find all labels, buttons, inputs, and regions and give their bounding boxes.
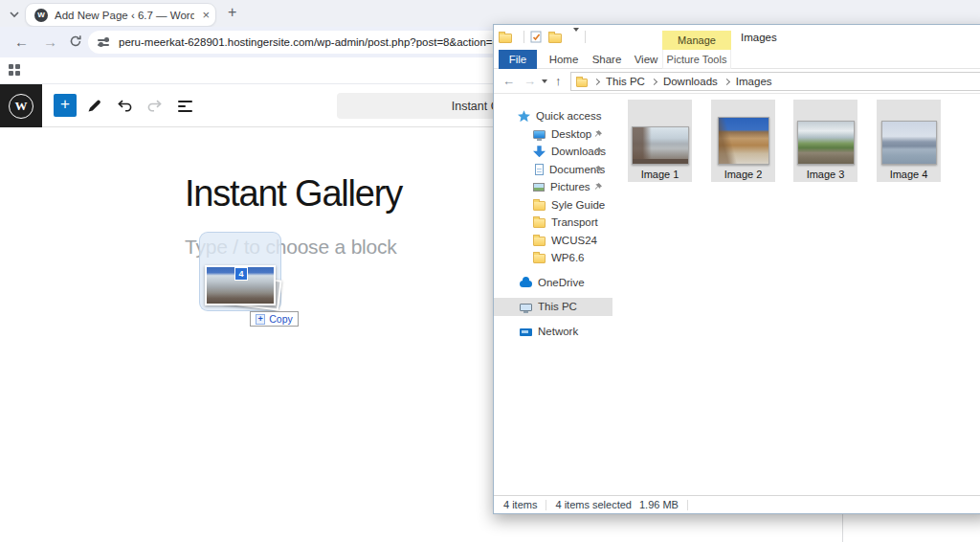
folder-icon <box>499 34 512 43</box>
site-info-icon[interactable] <box>98 36 111 48</box>
window-title: Images <box>741 32 777 43</box>
status-selected-size: 1.96 MB <box>639 499 679 510</box>
explorer-sidebar: Quick access Desktop Downloads <box>494 94 612 495</box>
document-overview-icon[interactable] <box>178 101 192 112</box>
tab-file[interactable]: File <box>499 50 537 69</box>
file-list: Image 1 Image 2 Image 3 Image 4 <box>612 94 980 495</box>
explorer-back-icon[interactable]: ← <box>502 74 515 88</box>
drag-count-badge: 4 <box>234 267 248 281</box>
sidebar-item-label: Network <box>538 326 578 337</box>
explorer-titlebar[interactable]: Manage Images <box>494 25 980 50</box>
pin-icon <box>593 147 603 156</box>
sidebar-item[interactable]: Downloads <box>494 143 612 161</box>
close-tab-icon[interactable]: × <box>202 9 210 21</box>
status-selected-count: 4 items selected <box>555 499 631 510</box>
sidebar-item[interactable]: Network <box>494 323 612 341</box>
sidebar-item-icon <box>535 164 544 175</box>
address-folder-icon <box>576 79 588 87</box>
file-name: Image 3 <box>793 169 858 180</box>
copy-label: Copy <box>269 313 293 325</box>
file-name: Image 1 <box>628 169 692 180</box>
pin-icon <box>593 165 603 174</box>
ribbon-tabs: File Home Share View Picture Tools <box>494 50 980 69</box>
sidebar-item-label: Quick access <box>536 110 601 122</box>
file-tile[interactable]: Image 2 <box>711 100 775 182</box>
new-folder-icon[interactable] <box>548 34 562 43</box>
file-thumbnail <box>718 117 769 165</box>
tab-share[interactable]: Share <box>589 50 625 69</box>
new-tab-button[interactable]: + <box>228 4 236 21</box>
chevron-down-icon[interactable] <box>8 9 21 20</box>
sidebar-item-icon <box>533 130 546 139</box>
undo-icon[interactable] <box>116 98 133 113</box>
sidebar-item[interactable]: Transport <box>494 214 612 232</box>
sidebar-item-icon <box>520 304 532 311</box>
sidebar-item[interactable]: Desktop <box>494 125 612 144</box>
sidebar-item-icon <box>520 328 532 336</box>
browser-tab-strip: W Add New Page ‹ 6.7 — WordPre × + <box>0 0 980 27</box>
manage-contextual-tab[interactable]: Manage <box>662 31 731 50</box>
edit-pencil-icon[interactable] <box>86 98 102 114</box>
wordpress-logo-icon[interactable]: W <box>0 84 42 127</box>
sidebar-item-label: Syle Guide <box>551 199 605 211</box>
sidebar-item[interactable]: This PC <box>494 298 612 316</box>
copy-drop-tooltip: + Copy <box>250 311 299 327</box>
file-thumbnail <box>881 121 937 165</box>
sidebar-item[interactable]: Documents <box>494 161 612 179</box>
block-inserter-button[interactable]: + <box>54 94 77 117</box>
sidebar-item-icon <box>533 254 546 263</box>
url-text[interactable]: peru-meerkat-628901.hostingersite.com/wp… <box>119 36 510 48</box>
file-tile[interactable]: Image 3 <box>793 100 858 182</box>
sidebar-item-icon <box>533 146 546 157</box>
status-bar: 4 items 4 items selected 1.96 MB <box>494 495 980 513</box>
plus-icon: + <box>256 314 265 325</box>
quick-access-toolbar <box>499 31 586 43</box>
page-title[interactable]: Instant Gallery <box>185 173 402 215</box>
tab-picture-tools[interactable]: Picture Tools <box>662 50 731 69</box>
tab-view[interactable]: View <box>631 50 661 69</box>
explorer-body: Quick access Desktop Downloads <box>494 94 980 495</box>
browser-tab[interactable]: W Add New Page ‹ 6.7 — WordPre × <box>25 3 216 27</box>
file-name: Image 4 <box>877 169 941 180</box>
sidebar-item-icon <box>533 201 546 211</box>
reload-icon[interactable] <box>69 34 82 48</box>
apps-grid-icon[interactable] <box>9 64 21 77</box>
sidebar-item-icon <box>533 183 545 192</box>
file-explorer-window: Manage Images File Home Share View Pictu… <box>493 24 980 514</box>
file-thumbnail <box>797 121 855 165</box>
file-name: Image 2 <box>711 169 775 180</box>
sidebar-item[interactable]: WP6.6 <box>494 249 612 267</box>
sidebar-item[interactable]: Pictures <box>494 178 612 196</box>
properties-icon[interactable] <box>530 31 543 43</box>
explorer-up-icon[interactable]: ↑ <box>555 74 562 88</box>
redo-icon[interactable] <box>146 98 164 113</box>
forward-icon[interactable]: → <box>43 34 57 50</box>
pin-icon <box>593 129 603 139</box>
wordpress-favicon-icon: W <box>34 9 48 22</box>
settings-sidebar-divider <box>842 514 843 542</box>
breadcrumb-item[interactable]: Downloads <box>645 76 718 87</box>
sidebar-item[interactable]: Quick access <box>494 107 612 125</box>
sidebar-item[interactable]: Syle Guide <box>494 196 612 215</box>
sidebar-item-label: Desktop <box>551 128 591 140</box>
file-tile[interactable]: Image 4 <box>877 100 941 182</box>
qat-customize-icon[interactable] <box>573 32 579 43</box>
history-dropdown-icon[interactable] <box>542 79 547 83</box>
file-tile[interactable]: Image 1 <box>628 100 692 182</box>
drag-ghost: 4 <box>199 232 281 311</box>
breadcrumb-item[interactable]: This PC <box>588 76 645 87</box>
explorer-forward-icon[interactable]: → <box>523 74 536 88</box>
sidebar-item[interactable]: WCUS24 <box>494 232 612 250</box>
breadcrumb-item[interactable]: Images <box>718 76 772 87</box>
sidebar-item-label: Transport <box>551 216 598 228</box>
file-thumbnail <box>632 126 689 165</box>
sidebar-item-icon <box>533 218 546 228</box>
back-icon[interactable]: ← <box>14 34 29 50</box>
sidebar-item[interactable]: OneDrive <box>494 274 612 292</box>
address-bar[interactable]: This PC Downloads Images <box>570 72 980 91</box>
explorer-navbar: ← → ↑ This PC Downloads Images <box>494 69 980 94</box>
sidebar-item-label: WP6.6 <box>551 252 585 263</box>
tab-home[interactable]: Home <box>546 50 581 69</box>
status-item-count: 4 items <box>503 499 537 510</box>
tab-title: Add New Page ‹ 6.7 — WordPre <box>55 10 194 21</box>
